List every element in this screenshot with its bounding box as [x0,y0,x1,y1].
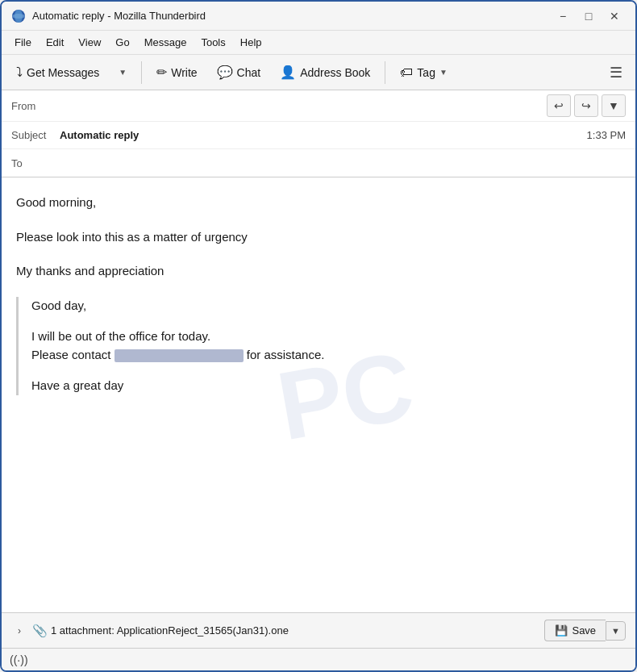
address-book-icon: 👤 [280,65,296,80]
write-icon: ✏ [156,65,167,80]
menu-view[interactable]: View [72,34,107,51]
reply-icon: ↩ [554,99,564,112]
reply-button[interactable]: ↩ [547,94,571,117]
status-bar: ((·)) [2,648,635,670]
quoted-para-2-line1: I will be out of the office for today. [31,329,210,343]
save-button[interactable]: 💾 Save [544,620,606,641]
chat-label: Chat [237,66,261,79]
get-messages-dropdown[interactable]: ▼ [110,65,135,80]
get-messages-icon: ⤵ [16,65,23,80]
chat-button[interactable]: 💬 Chat [209,61,269,83]
maximize-button[interactable]: □ [577,7,600,25]
tag-dropdown-icon: ▼ [439,68,448,77]
message-body: PC Good morning, Please look into this a… [2,177,635,612]
message-content: Good morning, Please look into this as a… [16,194,621,395]
quoted-para-2-line2-part3: for assistance. [247,348,325,361]
message-para-1: Good morning, [16,194,621,212]
address-book-label: Address Book [300,66,370,79]
save-dropdown-button[interactable]: ▼ [606,621,626,641]
forward-icon: ↪ [581,99,591,112]
menu-help[interactable]: Help [234,34,269,51]
menu-file[interactable]: File [8,34,38,51]
expand-button[interactable]: › [11,623,27,639]
status-icon: ((·)) [10,653,28,666]
quoted-para-3: Have a great day [31,377,621,395]
message-para-2: Please look into this as a matter of urg… [16,228,621,247]
get-messages-button[interactable]: ⤵ Get Messages [8,62,107,83]
to-row: To [2,149,635,177]
tag-label: Tag [417,66,435,79]
menu-go[interactable]: Go [109,34,135,51]
quoted-para-1: Good day, [31,297,621,315]
subject-label: Subject [11,129,60,141]
hamburger-button[interactable]: ☰ [603,61,629,85]
hamburger-icon: ☰ [610,64,622,81]
get-messages-dropdown-icon: ▼ [119,68,127,77]
quoted-para-2: I will be out of the office for today. P… [31,328,621,364]
window-controls: − □ ✕ [552,7,626,25]
message-para-3: My thanks and appreciation [16,262,621,281]
get-messages-label: Get Messages [27,66,99,79]
tag-icon: 🏷 [400,65,413,80]
save-icon: 💾 [555,624,568,637]
save-btn-group: 💾 Save ▼ [544,620,626,641]
chat-icon: 💬 [217,65,233,80]
forward-button[interactable]: ↪ [574,94,598,117]
to-label: To [11,157,60,169]
subject-value: Automatic reply [60,129,587,141]
timestamp: 1:33 PM [587,129,626,141]
quoted-block: Good day, I will be out of the office fo… [16,297,621,395]
address-book-button[interactable]: 👤 Address Book [272,61,378,83]
toolbar-divider-2 [385,61,385,84]
menu-bar: File Edit View Go Message Tools Help [2,31,635,55]
write-button[interactable]: ✏ Write [148,61,205,83]
from-label: From [11,100,60,112]
write-label: Write [171,66,197,79]
svg-point-2 [12,14,25,19]
main-window: Automatic reply - Mozilla Thunderbird − … [0,0,637,672]
subject-row: Subject Automatic reply 1:33 PM [2,122,635,149]
expand-icon: › [18,625,21,637]
title-bar-left: Automatic reply - Mozilla Thunderbird [11,9,206,23]
save-label: Save [572,624,596,637]
clip-icon: 📎 [32,624,48,638]
from-row: From ↩ ↪ ▼ [2,90,635,122]
menu-tools[interactable]: Tools [194,34,231,51]
tag-button[interactable]: 🏷 Tag ▼ [392,62,455,83]
window-title: Automatic reply - Mozilla Thunderbird [32,10,206,22]
toolbar-divider-1 [141,61,142,84]
attachment-bar: › 📎 1 attachment: ApplicationReject_3156… [2,612,635,648]
title-bar: Automatic reply - Mozilla Thunderbird − … [2,2,635,31]
minimize-button[interactable]: − [552,7,574,25]
save-dropdown-icon: ▼ [611,626,620,636]
more-button[interactable]: ▼ [602,94,626,117]
redacted-email [114,349,244,362]
app-icon [11,9,26,23]
header-actions: ↩ ↪ ▼ [547,94,626,117]
header-fields: From ↩ ↪ ▼ Subject Automatic reply 1:33 … [2,90,635,177]
close-button[interactable]: ✕ [603,7,626,25]
menu-edit[interactable]: Edit [40,34,70,51]
more-icon: ▼ [608,99,619,112]
toolbar: ⤵ Get Messages ▼ ✏ Write 💬 Chat 👤 Addres… [2,55,635,90]
menu-message[interactable]: Message [138,34,194,51]
attachment-text: 1 attachment: ApplicationReject_31565(Ja… [51,624,544,637]
quoted-para-2-line2-part1: Please contact [31,348,110,361]
